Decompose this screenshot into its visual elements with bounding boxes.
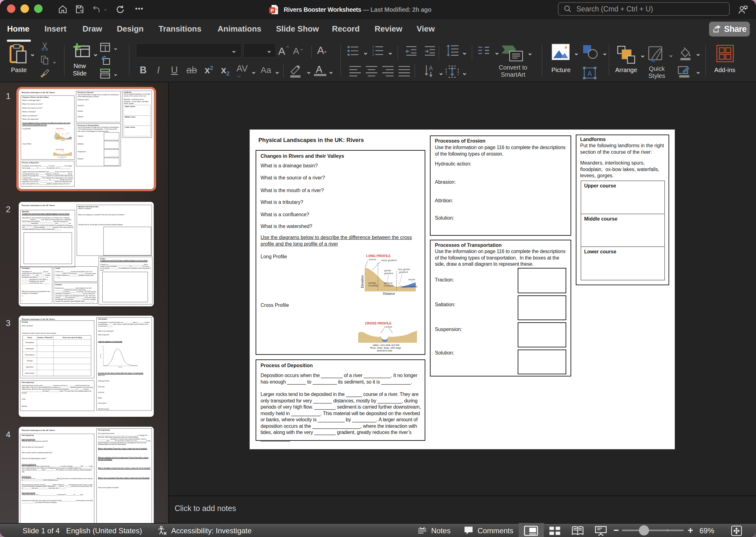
svg-text:COURSE: COURSE	[56, 138, 60, 139]
svg-text:160: 160	[102, 350, 103, 351]
svg-text:gradient: gradient	[399, 271, 408, 273]
svg-text:2: 2	[372, 49, 374, 53]
svg-text:COURSE: COURSE	[384, 284, 394, 287]
svg-text:LONG PROFILE: LONG PROFILE	[366, 254, 391, 258]
svg-text:sediment load: sediment load	[377, 349, 392, 352]
svg-text:Distance: Distance	[61, 140, 65, 141]
svg-text:River: wide, deep, with large: River: wide, deep, with large	[370, 347, 401, 349]
svg-text:Q(m3/s): Q(m3/s)	[100, 354, 101, 357]
svg-text:Levees: Levees	[61, 150, 64, 151]
svg-text:A: A	[429, 65, 433, 71]
svg-text:gradient: gradient	[61, 134, 64, 135]
svg-text:Elevation: Elevation	[54, 135, 55, 139]
svg-text:LOWER COURSE: LOWER COURSE	[66, 138, 72, 139]
svg-text:P: P	[271, 8, 274, 13]
svg-text:40: 40	[102, 361, 103, 362]
svg-text:steep gradient: steep gradient	[60, 130, 65, 131]
svg-text:0: 0	[102, 365, 103, 366]
svg-text:200: 200	[102, 346, 103, 347]
svg-text:CROSS PROFILE: CROSS PROFILE	[365, 321, 392, 325]
svg-text:steep gradient: steep gradient	[381, 259, 397, 262]
svg-text:sediment load: sediment load	[59, 158, 64, 159]
svg-text:mouth: mouth	[69, 136, 72, 137]
svg-text:Distance: Distance	[383, 292, 395, 295]
svg-text:mouth: mouth	[408, 278, 415, 281]
svg-text:Levees: Levees	[384, 325, 392, 328]
svg-text:80: 80	[102, 357, 103, 358]
svg-text:LOWER COURSE: LOWER COURSE	[398, 285, 418, 288]
svg-text:Elevation: Elevation	[361, 275, 364, 288]
svg-text:Time (hr): Time (hr)	[118, 367, 122, 368]
svg-text:source: source	[369, 258, 376, 261]
svg-text:gentle: gentle	[384, 269, 391, 272]
svg-text:source: source	[57, 129, 59, 130]
svg-text:gradient: gradient	[384, 272, 394, 275]
svg-text:3: 3	[372, 53, 374, 56]
svg-text:COURSE: COURSE	[61, 138, 65, 139]
svg-text:COURSE: COURSE	[368, 284, 378, 287]
svg-text:120: 120	[102, 353, 103, 354]
svg-text:gradient: gradient	[66, 133, 69, 134]
svg-text:valley: very wide and flat: valley: very wide and flat	[372, 344, 399, 347]
svg-text:A: A	[587, 70, 592, 77]
svg-text:1: 1	[372, 45, 374, 49]
svg-text:very gentle: very gentle	[398, 268, 410, 271]
